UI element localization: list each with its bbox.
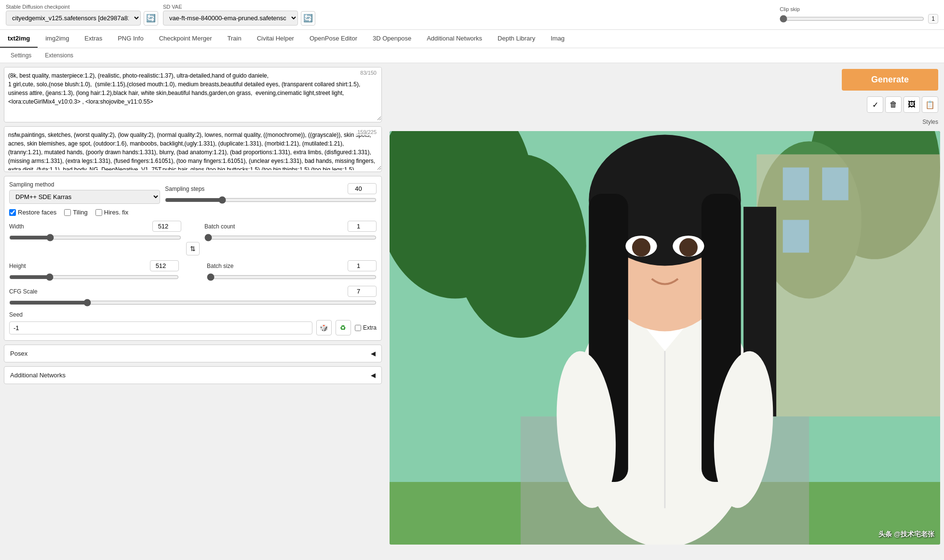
negative-prompt-textarea[interactable] — [4, 127, 381, 170]
width-value[interactable] — [152, 221, 181, 232]
vae-label: SD VAE — [163, 4, 315, 10]
sampling-steps-value[interactable] — [348, 183, 377, 194]
clipboard-icon-button[interactable]: 📋 — [922, 96, 938, 113]
seed-label: Seed — [9, 311, 377, 318]
top-bar: Stable Diffusion checkpoint cityedgemix_… — [0, 0, 944, 30]
generated-image — [390, 131, 940, 545]
posex-collapse-icon: ◀ — [371, 350, 376, 357]
sampling-steps-slider[interactable] — [165, 196, 377, 204]
batch-size-slider[interactable] — [207, 273, 377, 281]
height-value[interactable] — [150, 260, 179, 271]
vae-group: SD VAE vae-ft-mse-840000-ema-pruned.safe… — [163, 4, 315, 26]
vae-refresh-button[interactable]: 🔄 — [301, 11, 315, 26]
tab-txt2img[interactable]: txt2img — [0, 30, 38, 48]
tab-extras[interactable]: Extras — [77, 30, 110, 48]
tab-checkpoint-merger[interactable]: Checkpoint Merger — [151, 30, 220, 48]
svg-rect-10 — [783, 220, 809, 253]
sampling-steps-label: Sampling steps — [165, 186, 213, 192]
checkpoint-label: Stable Diffusion checkpoint — [6, 4, 158, 10]
settings-panel: Sampling method DPM++ SDE Karras Samplin… — [4, 176, 382, 341]
height-label: Height — [9, 263, 57, 269]
posex-label: Posex — [10, 350, 27, 357]
additional-networks-collapse-icon: ◀ — [371, 372, 376, 379]
additional-networks-header[interactable]: Additional Networks ◀ — [4, 367, 381, 384]
svg-point-4 — [455, 154, 586, 338]
cfg-scale-slider[interactable] — [9, 299, 377, 307]
batch-size-value[interactable] — [348, 260, 377, 271]
sub-tab-settings[interactable]: Settings — [6, 50, 36, 61]
right-panel: Generate ✓ 🗑 🖼 📋 Styles — [386, 63, 944, 548]
checkpoint-select[interactable]: cityedgemix_v125.safetensors [de2987a813… — [6, 11, 141, 26]
svg-rect-8 — [783, 168, 809, 200]
sub-tab-extensions[interactable]: Extensions — [40, 50, 78, 61]
sampling-method-select[interactable]: DPM++ SDE Karras — [9, 190, 160, 204]
sampling-method-label: Sampling method — [9, 181, 160, 188]
svg-point-23 — [679, 238, 698, 256]
tab-civitai-helper[interactable]: Civitai Helper — [249, 30, 302, 48]
restore-faces-checkbox[interactable]: Restore faces — [9, 209, 56, 216]
clip-skip-group: Clip skip 1 — [780, 6, 938, 24]
seed-row: 🎲 ♻ Extra — [9, 320, 377, 335]
main-tabs: txt2img img2img Extras PNG Info Checkpoi… — [0, 30, 944, 48]
swap-dims-button[interactable]: ⇅ — [186, 242, 200, 255]
left-panel: 83/150 159/225 Sampling method DPM++ SDE… — [0, 63, 386, 548]
svg-point-22 — [632, 238, 650, 256]
seed-recycle-button[interactable]: ♻ — [336, 320, 351, 335]
additional-networks-label: Additional Networks — [10, 372, 66, 379]
tab-imag[interactable]: Imag — [543, 30, 572, 48]
batch-size-label: Batch size — [207, 263, 255, 269]
image-icon-button[interactable]: 🖼 — [904, 96, 920, 113]
clip-skip-value: 1 — [928, 14, 938, 24]
positive-prompt-textarea[interactable] — [4, 67, 381, 120]
svg-rect-9 — [822, 168, 848, 200]
posex-header[interactable]: Posex ◀ — [4, 345, 381, 362]
batch-count-slider[interactable] — [204, 234, 377, 241]
seed-dice-button[interactable]: 🎲 — [316, 320, 332, 335]
sub-tabs: Settings Extensions — [0, 48, 944, 63]
extra-checkbox[interactable]: Extra — [355, 324, 377, 331]
tab-img2img[interactable]: img2img — [38, 30, 77, 48]
generate-button[interactable]: Generate — [842, 69, 938, 91]
checkpoint-group: Stable Diffusion checkpoint cityedgemix_… — [6, 4, 158, 26]
tab-openpose-editor[interactable]: OpenPose Editor — [302, 30, 365, 48]
hires-fix-checkbox[interactable]: Hires. fix — [95, 209, 129, 216]
negative-prompt-counter: 159/225 — [355, 129, 378, 135]
tab-png-info[interactable]: PNG Info — [110, 30, 151, 48]
trash-icon-button[interactable]: 🗑 — [885, 96, 902, 113]
batch-count-value[interactable] — [348, 221, 377, 232]
positive-prompt-box: 83/150 — [4, 67, 382, 122]
cfg-scale-label: CFG Scale — [9, 288, 57, 295]
clip-skip-label: Clip skip — [780, 6, 938, 12]
vae-select[interactable]: vae-ft-mse-840000-ema-pruned.safetensors — [163, 11, 298, 26]
batch-count-label: Batch count — [204, 223, 253, 230]
tab-depth-library[interactable]: Depth Library — [490, 30, 543, 48]
tab-3d-openpose[interactable]: 3D Openpose — [365, 30, 419, 48]
additional-networks-section: Additional Networks ◀ — [4, 366, 382, 384]
seed-input[interactable] — [9, 321, 312, 334]
action-icons: ✓ 🗑 🖼 📋 — [867, 96, 938, 113]
styles-label: Styles — [922, 119, 938, 125]
height-slider[interactable] — [9, 273, 179, 281]
check-icon-button[interactable]: ✓ — [867, 96, 883, 113]
posex-section: Posex ◀ — [4, 345, 382, 362]
clip-skip-slider[interactable] — [780, 15, 924, 23]
image-overlay-text: 头条 @技术宅老张 — [878, 530, 934, 539]
tab-additional-networks[interactable]: Additional Networks — [419, 30, 490, 48]
width-label: Width — [9, 223, 57, 230]
negative-prompt-box: 159/225 — [4, 126, 382, 172]
top-controls: Generate ✓ 🗑 🖼 📋 Styles — [390, 67, 940, 127]
width-slider[interactable] — [9, 234, 181, 241]
cfg-scale-value[interactable] — [348, 286, 377, 297]
image-container: 头条 @技术宅老张 — [390, 131, 940, 545]
checkbox-row: Restore faces Tiling Hires. fix — [9, 209, 377, 216]
checkpoint-refresh-button[interactable]: 🔄 — [144, 11, 158, 26]
positive-prompt-counter: 83/150 — [358, 69, 378, 76]
tab-train[interactable]: Train — [220, 30, 249, 48]
tiling-checkbox[interactable]: Tiling — [64, 209, 88, 216]
